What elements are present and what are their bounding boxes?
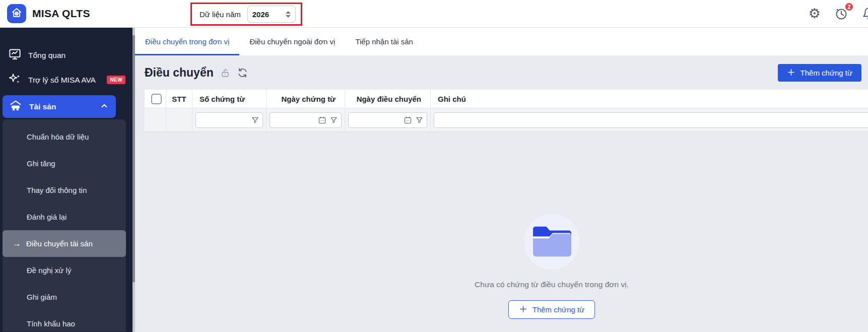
filter-cell-so-chung-tu — [192, 108, 266, 131]
table-filter-row — [145, 108, 868, 132]
filter-input-so-chung-tu[interactable] — [195, 112, 263, 128]
filter-input-ghi-chu[interactable] — [434, 112, 868, 128]
top-bar: MISA QLTS Dữ liệu năm 2026 ⚙ 2 — [0, 0, 868, 28]
year-value: 2026 — [252, 10, 269, 19]
app-window: MISA QLTS Dữ liệu năm 2026 ⚙ 2 — [0, 0, 868, 332]
sidebar-item-label: Trợ lý số MISA AVA — [28, 76, 100, 85]
column-header-ngay-dieu-chuyen[interactable]: Ngày điều chuyển — [345, 90, 431, 108]
filter-cell-stt — [166, 108, 192, 131]
arrow-right-icon: → — [13, 239, 21, 249]
filter-cell-ngay-dieu-chuyen — [345, 108, 431, 131]
app-title: MISA QLTS — [32, 8, 90, 20]
submenu-item-de-nghi-xu-ly[interactable]: Đề nghị xử lý — [3, 257, 126, 284]
topbar-icons: ⚙ 2 — [809, 6, 868, 21]
calendar-icon[interactable] — [318, 116, 326, 124]
submenu-label: Ghi tăng — [27, 159, 55, 168]
submenu-item-chuan-hoa-du-lieu[interactable]: Chuẩn hóa dữ liệu — [3, 123, 126, 150]
submenu-item-danh-gia-lai[interactable]: Đánh giá lại — [3, 204, 126, 230]
content-area: Điều chuyển — [135, 55, 868, 332]
sidebar-item-tong-quan[interactable]: Tổng quan — [0, 43, 132, 68]
submenu-item-ghi-tang[interactable]: Ghi tăng — [3, 150, 126, 177]
year-selector-label: Dữ liệu năm — [199, 10, 241, 19]
year-selector-highlight-box: Dữ liệu năm 2026 — [190, 3, 302, 26]
submenu-item-ghi-giam[interactable]: Ghi giảm — [3, 284, 126, 310]
submenu-label: Điều chuyển tài sản — [26, 239, 93, 248]
filter-text-input[interactable] — [434, 113, 868, 127]
filter-input-ngay-dieu-chuyen[interactable] — [348, 112, 427, 128]
column-header-stt[interactable]: STT — [166, 90, 192, 108]
bell-icon[interactable] — [862, 7, 868, 20]
app-logo[interactable] — [7, 4, 26, 23]
add-document-button-label: Thêm chứng từ — [800, 69, 852, 77]
plus-icon — [519, 305, 527, 315]
folder-icon — [528, 222, 575, 261]
home-icon — [11, 7, 23, 21]
empty-state-message: Chưa có chứng từ điều chuyển trong đơn v… — [475, 280, 629, 289]
plus-icon — [787, 68, 795, 78]
sparkles-icon — [8, 72, 22, 88]
sidebar-item-tro-ly-so[interactable]: Trợ lý số MISA AVA NEW — [0, 68, 132, 92]
new-badge: NEW — [107, 76, 125, 84]
year-select[interactable]: 2026 — [247, 6, 296, 23]
select-all-checkbox[interactable] — [151, 94, 162, 104]
filter-cell-checkbox — [145, 108, 166, 131]
asset-submenu-panel: Chuẩn hóa dữ liệu Ghi tăng Thay đổi thôn… — [3, 119, 126, 331]
funnel-icon[interactable] — [415, 116, 424, 124]
page-title: Điều chuyển — [145, 66, 214, 80]
filter-cell-ghi-chu — [431, 108, 868, 131]
notification-count-badge: 2 — [844, 2, 854, 12]
submenu-label: Chuẩn hóa dữ liệu — [27, 132, 89, 141]
tab-tiep-nhan-tai-san[interactable]: Tiếp nhận tài sản — [345, 28, 423, 55]
refresh-icon[interactable] — [237, 67, 248, 79]
sidebar: Tổng quan Trợ lý số MISA AVA NEW — [0, 28, 132, 332]
sidebar-item-label: Tài sản — [29, 102, 93, 111]
column-header-so-chung-tu[interactable]: Số chứng từ — [192, 90, 266, 108]
documents-table: STT Số chứng từ Ngày chứng từ Ngày điều … — [145, 90, 868, 132]
history-clock-icon[interactable]: 2 — [834, 6, 849, 21]
dashboard-monitor-icon — [8, 47, 22, 63]
submenu-label: Ghi giảm — [27, 293, 57, 301]
tab-dieu-chuyen-trong-don-vi[interactable]: Điều chuyển trong đơn vị — [135, 28, 239, 55]
add-document-button[interactable]: Thêm chứng từ — [778, 64, 861, 82]
submenu-label: Đánh giá lại — [27, 213, 66, 221]
sidebar-item-tai-san[interactable]: Tài sản — [3, 95, 116, 118]
page-title-row: Điều chuyển — [145, 63, 861, 82]
chevron-up-icon — [100, 101, 109, 112]
table-header-row: STT Số chứng từ Ngày chứng từ Ngày điều … — [145, 90, 868, 108]
calendar-icon[interactable] — [404, 116, 412, 124]
funnel-icon[interactable] — [329, 116, 338, 124]
filter-cell-ngay-chung-tu — [266, 108, 345, 131]
column-header-ghi-chu[interactable]: Ghi chú — [431, 90, 868, 108]
stepper-up-down-icon[interactable] — [286, 11, 291, 18]
submenu-label: Tính khấu hao — [27, 319, 75, 328]
submenu-label: Thay đổi thông tin — [27, 186, 87, 194]
tab-bar: Điều chuyển trong đơn vị Điều chuyển ngo… — [135, 28, 868, 55]
unlock-icon[interactable] — [220, 68, 231, 79]
tab-dieu-chuyen-ngoai-don-vi[interactable]: Điều chuyển ngoài đơn vị — [239, 28, 345, 55]
submenu-item-thay-doi-thong-tin[interactable]: Thay đổi thông tin — [3, 177, 126, 204]
empty-add-document-button-label: Thêm chứng từ — [532, 305, 584, 314]
empty-add-document-button[interactable]: Thêm chứng từ — [508, 300, 595, 319]
empty-state: Chưa có chứng từ điều chuyển trong đơn v… — [475, 214, 629, 319]
gear-icon[interactable]: ⚙ — [809, 7, 821, 21]
submenu-item-tinh-khau-hao[interactable]: Tính khấu hao — [3, 310, 126, 332]
filter-input-ngay-chung-tu[interactable] — [270, 112, 342, 128]
sidebar-item-label: Tổng quan — [28, 51, 125, 60]
submenu-label: Đề nghị xử lý — [27, 266, 71, 275]
submenu-item-dieu-chuyen-tai-san[interactable]: → Điều chuyển tài sản — [3, 230, 126, 257]
main-area: Điều chuyển trong đơn vị Điều chuyển ngo… — [135, 28, 868, 332]
asset-vehicle-icon — [9, 99, 23, 115]
funnel-icon[interactable] — [251, 116, 259, 124]
empty-state-illustration — [524, 214, 579, 270]
column-header-ngay-chung-tu[interactable]: Ngày chứng từ — [266, 90, 345, 108]
